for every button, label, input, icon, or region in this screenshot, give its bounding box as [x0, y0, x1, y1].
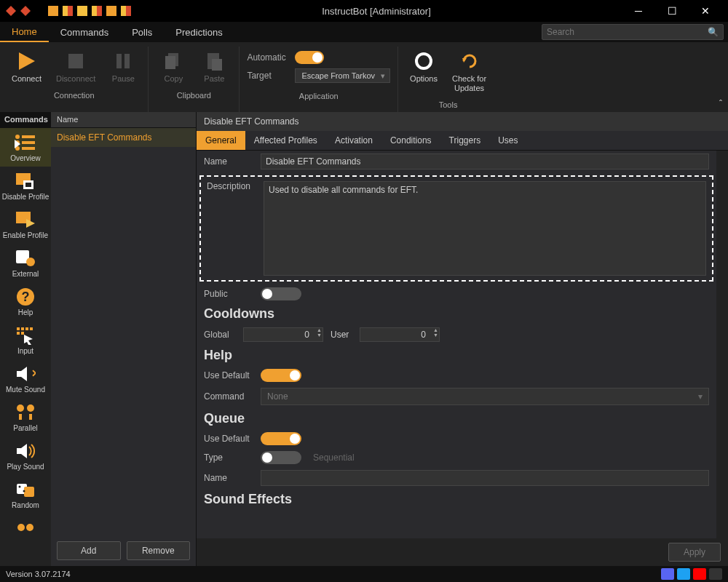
app-icon — [20, 6, 31, 16]
sidebar-item-disable-profile[interactable]: Disable Profile — [0, 167, 51, 205]
menu-commands[interactable]: Commands — [49, 22, 120, 42]
app-icon — [6, 6, 16, 16]
public-toggle[interactable] — [261, 287, 301, 300]
svg-rect-20 — [25, 183, 31, 187]
remove-button[interactable]: Remove — [127, 541, 191, 560]
ribbon-group-label: Clipboard — [177, 87, 211, 103]
sidebar-item-play-sound[interactable]: Play Sound — [0, 436, 51, 475]
quick-icon[interactable] — [121, 6, 131, 16]
automatic-toggle[interactable] — [295, 51, 324, 64]
command-dropdown[interactable]: None — [261, 388, 709, 405]
description-input[interactable] — [264, 181, 706, 276]
search-input[interactable] — [547, 27, 708, 37]
bot-icon[interactable] — [709, 568, 722, 580]
youtube-icon[interactable] — [693, 568, 706, 580]
ribbon-group-label: Application — [299, 87, 339, 103]
svg-point-24 — [26, 258, 35, 266]
svg-rect-12 — [22, 141, 35, 144]
detail-form: Name Description Public Cooldowns Global… — [197, 151, 716, 538]
command-label: Command — [204, 391, 253, 402]
disconnect-button[interactable]: Disconnect — [52, 47, 100, 87]
sidebar-header: Commands — [0, 112, 51, 128]
user-label: User — [331, 330, 352, 340]
spinner-icon[interactable]: ▲▼ — [433, 327, 438, 338]
queue-default-row: Use Default — [197, 429, 716, 448]
cooldowns-row: Global ▲▼ User ▲▼ — [197, 324, 716, 345]
global-input[interactable] — [243, 327, 323, 342]
quick-icon[interactable] — [92, 6, 102, 16]
spinner-icon[interactable]: ▲▼ — [317, 327, 322, 338]
menu-predictions[interactable]: Predictions — [164, 22, 234, 42]
ribbon: Connect Disconnect Pause Connection Copy… — [0, 42, 728, 112]
maximize-button[interactable]: ☐ — [655, 0, 689, 22]
name-label: Name — [204, 156, 253, 167]
queue-use-default-toggle[interactable] — [261, 432, 301, 445]
scrollbar[interactable] — [716, 151, 728, 538]
tab-affected-profiles[interactable]: Affected Profiles — [245, 131, 326, 150]
sidebar-item-mute-sound[interactable]: ✕ Mute Sound — [0, 359, 51, 398]
automatic-label: Automatic — [247, 52, 288, 63]
command-row[interactable]: Disable EFT Commands — [51, 128, 196, 147]
sidebar-item-random[interactable]: Random — [0, 475, 51, 514]
add-button[interactable]: Add — [57, 541, 121, 560]
paste-icon — [202, 49, 226, 73]
svg-marker-0 — [19, 52, 35, 70]
twitter-icon[interactable] — [677, 568, 690, 580]
help-use-default-toggle[interactable] — [261, 369, 301, 382]
quick-icon[interactable] — [63, 6, 73, 16]
tab-triggers[interactable]: Triggers — [440, 131, 490, 150]
description-highlight-box: Description — [199, 175, 713, 282]
svg-rect-7 — [212, 59, 222, 71]
minimize-button[interactable]: ─ — [622, 0, 655, 22]
check-updates-button[interactable]: Check for Updates — [448, 47, 491, 96]
close-button[interactable]: ✕ — [689, 0, 722, 22]
sidebar-item-overview[interactable]: Overview — [0, 128, 51, 167]
input-icon — [14, 325, 37, 346]
tab-conditions[interactable]: Conditions — [381, 131, 440, 150]
svg-rect-38 — [19, 414, 22, 420]
svg-rect-13 — [22, 147, 35, 150]
svg-text:?: ? — [22, 290, 30, 304]
sidebar-item-more[interactable] — [0, 514, 51, 543]
sidebar-item-enable-profile[interactable]: Enable Profile — [0, 205, 51, 244]
quick-icon[interactable] — [48, 6, 58, 16]
window-title: InstructBot [Administrator] — [131, 6, 622, 17]
tab-uses[interactable]: Uses — [489, 131, 526, 150]
discord-icon[interactable] — [661, 568, 674, 580]
copy-button[interactable]: Copy — [156, 47, 191, 87]
tab-general[interactable]: General — [197, 131, 245, 150]
menu-polls[interactable]: Polls — [120, 22, 164, 42]
sidebar-item-parallel[interactable]: Parallel — [0, 398, 51, 436]
quick-icon[interactable] — [77, 6, 87, 16]
gear-icon — [412, 49, 435, 73]
target-dropdown[interactable]: Escape From Tarkov — [295, 68, 390, 83]
queue-heading: Queue — [197, 408, 716, 429]
pause-button[interactable]: Pause — [106, 47, 141, 87]
menu-home[interactable]: Home — [0, 22, 49, 42]
type-toggle[interactable] — [261, 451, 301, 464]
connect-button[interactable]: Connect — [7, 47, 46, 87]
play-sound-icon — [14, 441, 37, 461]
version-label: Version 3.07.2174 — [6, 570, 71, 578]
name-input[interactable] — [261, 154, 709, 170]
global-label: Global — [204, 330, 236, 340]
search-box[interactable]: 🔍 — [542, 24, 724, 40]
queue-name-input[interactable] — [261, 470, 709, 486]
command-list-header[interactable]: Name — [51, 112, 196, 128]
parallel-icon — [14, 402, 37, 423]
paste-button[interactable]: Paste — [197, 47, 232, 87]
detail-panel: Disable EFT Commands General Affected Pr… — [197, 112, 728, 566]
options-button[interactable]: Options — [405, 47, 442, 87]
sidebar-item-help[interactable]: ? Help — [0, 282, 51, 321]
user-input[interactable] — [360, 327, 440, 342]
quick-icon[interactable] — [106, 6, 116, 16]
search-icon[interactable]: 🔍 — [708, 27, 719, 37]
sidebar-item-external[interactable]: External — [0, 244, 51, 282]
ribbon-collapse-button[interactable]: ˆ — [719, 99, 722, 109]
sidebar-item-input[interactable]: Input — [0, 321, 51, 359]
svg-point-36 — [17, 404, 24, 412]
status-icons — [661, 568, 722, 580]
apply-button[interactable]: Apply — [668, 543, 721, 562]
tab-activation[interactable]: Activation — [326, 131, 381, 150]
svg-rect-31 — [17, 332, 20, 335]
